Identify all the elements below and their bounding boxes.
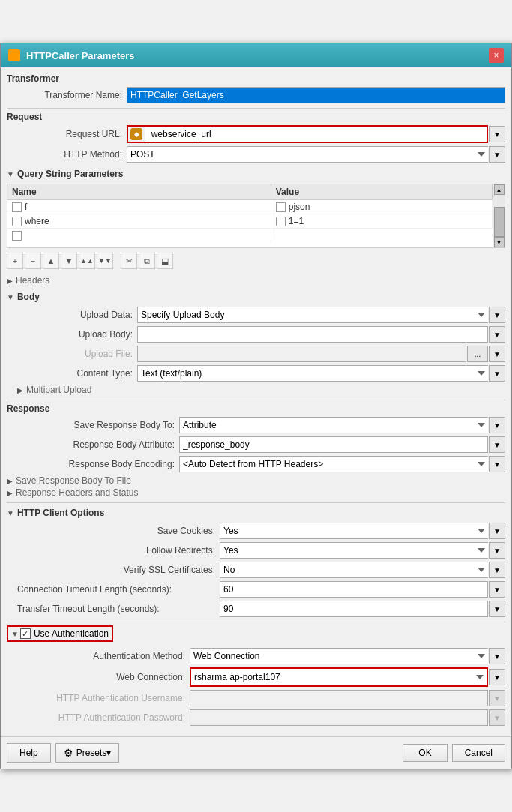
upload-data-group: Upload Data: Specify Upload Body ▼ [17, 307, 505, 323]
table-row[interactable]: f pjson [7, 200, 493, 214]
row2-checkbox[interactable] [12, 217, 22, 226]
row2-val-checkbox[interactable] [276, 217, 286, 226]
add-row-btn[interactable]: + [7, 253, 23, 269]
save-cookies-container: Yes No [220, 523, 488, 539]
http-method-select[interactable]: POST GET PUT DELETE [127, 146, 488, 163]
connection-timeout-group: Connection Timeout Length (seconds): ▼ [17, 581, 505, 598]
web-connection-container: rsharma ap-portal107 [190, 667, 488, 687]
transfer-timeout-group: Transfer Timeout Length (seconds): ▼ [17, 601, 505, 617]
remove-row-btn[interactable]: − [25, 253, 41, 269]
use-auth-label: Use Authentication [34, 628, 109, 639]
http-method-dropdown-btn[interactable]: ▼ [489, 146, 505, 163]
use-auth-checkbox[interactable]: ✓ [20, 628, 31, 639]
save-body-dropdown-btn[interactable]: ▼ [489, 417, 505, 433]
upload-data-select[interactable]: Specify Upload Body [137, 307, 488, 323]
connection-timeout-input[interactable] [220, 581, 488, 598]
upload-file-dropdown-btn[interactable]: ▼ [489, 346, 505, 362]
move-up-btn[interactable]: ▲ [43, 253, 59, 269]
body-encoding-select[interactable]: <Auto Detect from HTTP Headers> [179, 456, 488, 472]
upload-body-input[interactable] [137, 326, 488, 343]
verify-ssl-label: Verify SSL Certificates: [17, 565, 220, 575]
follow-redirects-dropdown-btn[interactable]: ▼ [489, 542, 505, 559]
request-url-input[interactable] [145, 127, 487, 142]
table-row[interactable] [7, 229, 493, 242]
upload-data-dropdown-btn[interactable]: ▼ [489, 307, 505, 323]
save-cookies-group: Save Cookies: Yes No ▼ [17, 523, 505, 539]
row1-checkbox[interactable] [12, 202, 22, 212]
body-encoding-label: Response Body Encoding: [7, 459, 179, 469]
headers-label: Headers [16, 275, 49, 286]
auth-method-dropdown-btn[interactable]: ▼ [489, 648, 505, 664]
http-username-dropdown-btn[interactable]: ▼ [489, 690, 505, 706]
move-bottom-btn[interactable]: ▼▼ [97, 253, 113, 269]
request-url-dropdown-btn[interactable]: ▼ [489, 126, 505, 142]
row1-val-checkbox[interactable] [276, 202, 286, 212]
body-encoding-dropdown-btn[interactable]: ▼ [489, 456, 505, 472]
move-down-btn[interactable]: ▼ [61, 253, 77, 269]
http-method-group: HTTP Method: POST GET PUT DELETE ▼ [7, 146, 505, 163]
footer-bar: Help ⚙ Presets▾ OK Cancel [1, 736, 511, 769]
row3-name-cell [7, 229, 271, 242]
save-to-file-header[interactable]: ▶ Save Response Body To File [7, 475, 505, 486]
help-button[interactable]: Help [7, 743, 51, 763]
auth-method-select[interactable]: Web Connection [190, 648, 488, 664]
response-headers-arrow: ▶ [7, 489, 13, 497]
body-encoding-container: <Auto Detect from HTTP Headers> [179, 456, 488, 472]
move-top-btn[interactable]: ▲▲ [79, 253, 95, 269]
cut-btn[interactable]: ✂ [121, 253, 137, 269]
content-type-select[interactable]: Text (text/plain) [137, 365, 488, 382]
follow-redirects-select[interactable]: Yes No [220, 542, 488, 559]
body-attr-input[interactable] [179, 436, 488, 453]
upload-file-browse-btn[interactable]: ... [467, 346, 488, 362]
query-scrollbar[interactable]: ▲ ▼ [493, 184, 505, 247]
save-cookies-select[interactable]: Yes No [220, 523, 488, 539]
auth-header-row: ▼ ✓ Use Authentication [7, 625, 505, 645]
transformer-name-input[interactable] [127, 87, 505, 103]
divider-2 [7, 400, 505, 400]
body-attr-dropdown-btn[interactable]: ▼ [489, 436, 505, 453]
presets-button[interactable]: ⚙ Presets▾ [55, 743, 120, 763]
verify-ssl-select[interactable]: No Yes [220, 562, 488, 578]
response-label: Response [7, 403, 505, 414]
scroll-up-btn[interactable]: ▲ [494, 184, 505, 195]
http-password-dropdown-btn[interactable]: ▼ [489, 709, 505, 726]
content-type-dropdown-btn[interactable]: ▼ [489, 365, 505, 382]
copy-btn[interactable]: ⧉ [139, 253, 155, 269]
verify-ssl-dropdown-btn[interactable]: ▼ [489, 562, 505, 578]
table-row[interactable]: where 1=1 [7, 214, 493, 229]
connection-timeout-label: Connection Timeout Length (seconds): [17, 584, 220, 595]
web-connection-select[interactable]: rsharma ap-portal107 [191, 669, 487, 685]
http-password-input[interactable] [190, 709, 488, 726]
transfer-timeout-dropdown-btn[interactable]: ▼ [489, 601, 505, 617]
paste-btn[interactable]: ⬓ [157, 253, 173, 269]
http-client-arrow: ▼ [7, 509, 14, 517]
save-body-select[interactable]: Attribute [179, 417, 488, 433]
upload-body-dropdown-btn[interactable]: ▼ [489, 326, 505, 343]
web-connection-dropdown-btn[interactable]: ▼ [489, 669, 505, 685]
http-client-section: ▼ HTTP Client Options Save Cookies: Yes … [7, 506, 505, 617]
http-username-input[interactable] [190, 690, 488, 706]
http-client-header[interactable]: ▼ HTTP Client Options [7, 506, 505, 520]
save-cookies-dropdown-btn[interactable]: ▼ [489, 523, 505, 539]
multipart-header[interactable]: ▶ Multipart Upload [17, 385, 505, 395]
row2-name: where [25, 216, 49, 226]
divider-3 [7, 502, 505, 503]
row3-checkbox[interactable] [12, 231, 22, 241]
request-section: Request Request URL: ◆ ▼ HTTP Method: PO… [7, 112, 505, 163]
ok-button[interactable]: OK [403, 744, 447, 762]
query-string-header[interactable]: ▼ Query String Parameters [7, 167, 505, 181]
connection-timeout-dropdown-btn[interactable]: ▼ [489, 581, 505, 598]
body-header[interactable]: ▼ Body [7, 290, 505, 304]
headers-header[interactable]: ▶ Headers [7, 275, 505, 286]
scroll-down-btn[interactable]: ▼ [494, 237, 505, 247]
http-client-content: Save Cookies: Yes No ▼ Follow Redirects: [7, 523, 505, 617]
cancel-button[interactable]: Cancel [452, 744, 505, 762]
response-headers-header[interactable]: ▶ Response Headers and Status [7, 487, 505, 498]
transfer-timeout-input[interactable] [220, 601, 488, 617]
body-encoding-group: Response Body Encoding: <Auto Detect fro… [7, 456, 505, 472]
scroll-thumb[interactable] [494, 207, 505, 237]
http-method-label: HTTP Method: [7, 149, 127, 160]
close-button[interactable]: × [489, 48, 504, 63]
upload-file-input[interactable] [137, 346, 466, 362]
save-to-file-label: Save Response Body To File [16, 475, 131, 486]
